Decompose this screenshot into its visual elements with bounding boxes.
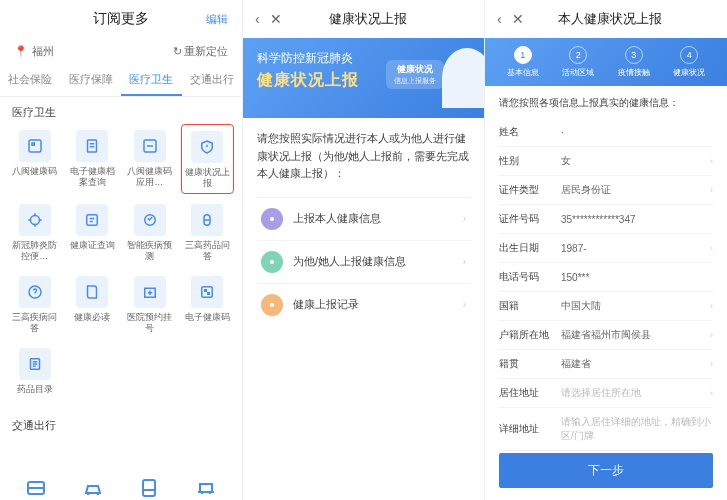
field-0[interactable]: 姓名· bbox=[499, 118, 713, 147]
field-6[interactable]: 国籍中国大陆› bbox=[499, 292, 713, 321]
book-icon bbox=[76, 276, 108, 308]
location-bar: 📍 福州 ↻ 重新定位 bbox=[0, 38, 242, 65]
section-heading: 医疗卫生 bbox=[0, 97, 242, 124]
field-2[interactable]: 证件类型居民身份证› bbox=[499, 176, 713, 205]
screen-subscribe: 订阅更多 编辑 📍 福州 ↻ 重新定位 社会保险医疗保障医疗卫生交通出行 医疗卫… bbox=[0, 0, 243, 500]
chevron-right-icon: › bbox=[710, 301, 713, 311]
svg-rect-13 bbox=[143, 480, 155, 496]
action-row-2[interactable]: 健康上报记录› bbox=[257, 283, 470, 326]
service-item-4[interactable]: 新冠肺炎防控便… bbox=[8, 198, 62, 266]
service-item-12[interactable]: 药品目录 bbox=[8, 342, 62, 410]
header: ‹ ✕ 健康状况上报 bbox=[243, 0, 484, 38]
chevron-right-icon: › bbox=[710, 156, 713, 166]
row-label: 为他/她人上报健康信息 bbox=[293, 254, 453, 269]
form-body: 请您按照各项信息上报真实的健康信息： 姓名·性别女›证件类型居民身份证›证件号码… bbox=[485, 86, 727, 456]
field-value: 请选择居住所在地 bbox=[561, 386, 710, 400]
field-label: 户籍所在地 bbox=[499, 328, 561, 342]
shield-icon bbox=[191, 131, 223, 163]
action-row-0[interactable]: 上报本人健康信息› bbox=[257, 197, 470, 240]
transport-icon-3[interactable] bbox=[121, 476, 178, 500]
field-8[interactable]: 籍贯福建省› bbox=[499, 350, 713, 379]
row-icon bbox=[261, 251, 283, 273]
bottom-icons bbox=[0, 470, 242, 500]
field-5[interactable]: 电话号码150*** bbox=[499, 263, 713, 292]
tab-3[interactable]: 交通出行 bbox=[182, 65, 243, 96]
transport-icon-4[interactable] bbox=[178, 476, 235, 500]
field-10[interactable]: 详细地址请输入居住详细的地址，精确到小区/门牌 bbox=[499, 408, 713, 451]
field-label: 证件类型 bbox=[499, 183, 561, 197]
field-9[interactable]: 居住地址请选择居住所在地› bbox=[499, 379, 713, 408]
field-7[interactable]: 户籍所在地福建省福州市闽侯县› bbox=[499, 321, 713, 350]
field-value: 福建省福州市闽侯县 bbox=[561, 328, 710, 342]
field-label: 国籍 bbox=[499, 299, 561, 313]
step-0[interactable]: 1基本信息 bbox=[495, 46, 551, 78]
action-row-1[interactable]: 为他/她人上报健康信息› bbox=[257, 240, 470, 283]
field-value: · bbox=[561, 127, 713, 138]
qr-icon bbox=[19, 130, 51, 162]
step-3[interactable]: 4健康状况 bbox=[662, 46, 718, 78]
transport-icon-2[interactable] bbox=[65, 476, 122, 500]
service-label: 健康证查询 bbox=[70, 240, 115, 260]
service-item-8[interactable]: 三高疾病问答 bbox=[8, 270, 62, 338]
edit-button[interactable]: 编辑 bbox=[206, 12, 228, 27]
next-button[interactable]: 下一步 bbox=[499, 453, 713, 488]
transport-icon-1[interactable] bbox=[8, 476, 65, 500]
header: ‹ ✕ 本人健康状况上报 bbox=[485, 0, 727, 38]
tab-0[interactable]: 社会保险 bbox=[0, 65, 61, 96]
body: 请您按照实际情况进行本人或为他人进行健康状况上报（为他/她人上报前，需要先完成本… bbox=[243, 118, 484, 338]
service-item-1[interactable]: 电子健康档案查询 bbox=[66, 124, 120, 194]
tab-2[interactable]: 医疗卫生 bbox=[121, 65, 182, 96]
relocate-button[interactable]: ↻ 重新定位 bbox=[173, 44, 228, 59]
row-icon bbox=[261, 208, 283, 230]
service-item-11[interactable]: 电子健康码 bbox=[181, 270, 235, 338]
back-icon[interactable]: ‹ bbox=[497, 11, 502, 27]
svg-rect-5 bbox=[87, 215, 98, 226]
tab-1[interactable]: 医疗保障 bbox=[61, 65, 122, 96]
step-number: 4 bbox=[680, 46, 698, 64]
field-value: 1987- bbox=[561, 243, 710, 254]
ai-icon bbox=[134, 204, 166, 236]
screen-health-report: ‹ ✕ 健康状况上报 科学防控新冠肺炎 健康状况上报 健康状况 信息上报服务 请… bbox=[243, 0, 485, 500]
service-item-3[interactable]: 健康状况上报 bbox=[181, 124, 235, 194]
step-number: 2 bbox=[569, 46, 587, 64]
page-title: 订阅更多 bbox=[14, 10, 228, 28]
med-icon bbox=[191, 204, 223, 236]
chevron-right-icon: › bbox=[710, 388, 713, 398]
service-label: 健康状况上报 bbox=[184, 167, 232, 187]
section-heading-2: 交通出行 bbox=[0, 410, 242, 437]
field-label: 电话号码 bbox=[499, 270, 561, 284]
row-icon bbox=[261, 294, 283, 316]
service-item-5[interactable]: 健康证查询 bbox=[66, 198, 120, 266]
service-item-10[interactable]: 医院预约挂号 bbox=[123, 270, 177, 338]
chevron-right-icon: › bbox=[710, 359, 713, 369]
step-2[interactable]: 3疫情接触 bbox=[606, 46, 662, 78]
field-value: 150*** bbox=[561, 272, 713, 283]
page-title: 本人健康状况上报 bbox=[506, 10, 715, 28]
service-label: 八闽健康码应用… bbox=[125, 166, 175, 186]
location-icon: 📍 bbox=[14, 45, 28, 58]
field-value: 福建省 bbox=[561, 357, 710, 371]
doctor-image bbox=[442, 48, 484, 108]
service-item-6[interactable]: 智能疾病预测 bbox=[123, 198, 177, 266]
field-3[interactable]: 证件号码35************347 bbox=[499, 205, 713, 234]
back-icon[interactable]: ‹ bbox=[255, 11, 260, 27]
step-1[interactable]: 2活动区域 bbox=[551, 46, 607, 78]
banner: 科学防控新冠肺炎 健康状况上报 健康状况 信息上报服务 bbox=[243, 38, 484, 118]
field-label: 出生日期 bbox=[499, 241, 561, 255]
service-item-0[interactable]: 八闽健康码 bbox=[8, 124, 62, 194]
field-1[interactable]: 性别女› bbox=[499, 147, 713, 176]
svg-point-14 bbox=[270, 217, 274, 221]
service-item-9[interactable]: 健康必读 bbox=[66, 270, 120, 338]
row-label: 上报本人健康信息 bbox=[293, 211, 453, 226]
location-select[interactable]: 📍 福州 bbox=[14, 44, 54, 59]
service-item-7[interactable]: 三高药品问答 bbox=[181, 198, 235, 266]
chevron-right-icon: › bbox=[710, 330, 713, 340]
ecode-icon bbox=[191, 276, 223, 308]
step-number: 1 bbox=[514, 46, 532, 64]
service-item-2[interactable]: 八闽健康码应用… bbox=[123, 124, 177, 194]
header: 订阅更多 编辑 bbox=[0, 0, 242, 38]
field-label: 性别 bbox=[499, 154, 561, 168]
prompt-text: 请您按照实际情况进行本人或为他人进行健康状况上报（为他/她人上报前，需要先完成本… bbox=[257, 130, 470, 183]
field-4[interactable]: 出生日期1987-› bbox=[499, 234, 713, 263]
service-label: 药品目录 bbox=[17, 384, 53, 404]
